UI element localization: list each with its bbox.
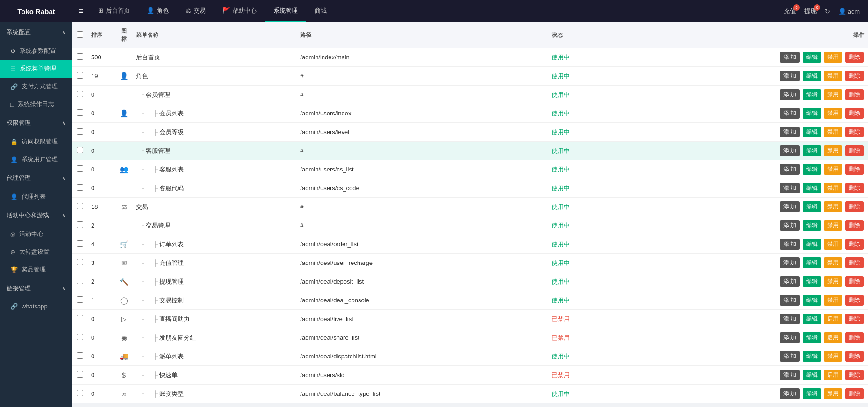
edit-button[interactable]: 编辑 xyxy=(803,388,821,399)
nav-item-role[interactable]: 👤 角色 xyxy=(138,0,177,22)
edit-button[interactable]: 编辑 xyxy=(803,220,821,231)
add-button[interactable]: 添 加 xyxy=(780,183,800,193)
row-checkbox[interactable] xyxy=(77,352,83,359)
delete-button[interactable]: 删除 xyxy=(845,220,864,231)
delete-button[interactable]: 删除 xyxy=(845,127,864,137)
add-button[interactable]: 添 加 xyxy=(780,127,800,137)
disable-enable-button[interactable]: 禁用 xyxy=(824,89,842,100)
delete-button[interactable]: 删除 xyxy=(845,71,864,81)
refresh-button[interactable]: ↻ xyxy=(825,8,830,15)
edit-button[interactable]: 编辑 xyxy=(803,351,821,362)
add-button[interactable]: 添 加 xyxy=(780,71,800,81)
row-checkbox[interactable] xyxy=(77,128,83,135)
sidebar-item-prizes[interactable]: 🏆 奖品管理 xyxy=(0,261,72,278)
edit-button[interactable]: 编辑 xyxy=(803,257,821,268)
row-checkbox[interactable] xyxy=(77,371,83,378)
disable-enable-button[interactable]: 禁用 xyxy=(824,239,842,250)
disable-enable-button[interactable]: 禁用 xyxy=(824,276,842,287)
delete-button[interactable]: 删除 xyxy=(845,183,864,193)
add-button[interactable]: 添 加 xyxy=(780,314,800,324)
sidebar-group-activity[interactable]: 活动中心和游戏 ∨ xyxy=(0,206,72,225)
row-checkbox[interactable] xyxy=(77,296,83,303)
add-button[interactable]: 添 加 xyxy=(780,145,800,156)
nav-item-trade[interactable]: ⚖ 交易 xyxy=(177,0,214,22)
row-checkbox[interactable] xyxy=(77,240,83,247)
row-checkbox[interactable] xyxy=(77,315,83,321)
sidebar-item-activity-center[interactable]: ◎ 活动中心 xyxy=(0,225,72,243)
add-button[interactable]: 添 加 xyxy=(780,220,800,231)
withdraw-button[interactable]: 提现 0 xyxy=(804,7,817,15)
row-checkbox[interactable] xyxy=(77,334,83,340)
edit-button[interactable]: 编辑 xyxy=(803,295,821,306)
disable-enable-button[interactable]: 禁用 xyxy=(824,183,842,193)
disable-enable-button[interactable]: 启用 xyxy=(824,332,842,343)
disable-enable-button[interactable]: 禁用 xyxy=(824,145,842,156)
nav-item-home[interactable]: ⊞ 后台首页 xyxy=(90,0,138,22)
sidebar-group-links[interactable]: 链接管理 ∨ xyxy=(0,278,72,298)
edit-button[interactable]: 编辑 xyxy=(803,164,821,175)
sidebar-item-access-permissions[interactable]: 🔒 访问权限管理 xyxy=(0,133,72,150)
edit-button[interactable]: 编辑 xyxy=(803,183,821,193)
disable-enable-button[interactable]: 禁用 xyxy=(824,108,842,119)
row-checkbox[interactable] xyxy=(77,259,83,265)
admin-menu[interactable]: 👤 adm xyxy=(839,8,860,15)
delete-button[interactable]: 删除 xyxy=(845,89,864,100)
delete-button[interactable]: 删除 xyxy=(845,388,864,399)
row-checkbox[interactable] xyxy=(77,72,83,79)
delete-button[interactable]: 删除 xyxy=(845,351,864,362)
add-button[interactable]: 添 加 xyxy=(780,257,800,268)
add-button[interactable]: 添 加 xyxy=(780,388,800,399)
edit-button[interactable]: 编辑 xyxy=(803,145,821,156)
row-checkbox[interactable] xyxy=(77,147,83,153)
edit-button[interactable]: 编辑 xyxy=(803,201,821,212)
edit-button[interactable]: 编辑 xyxy=(803,52,821,63)
sidebar-item-system-params[interactable]: ⚙ 系统参数配置 xyxy=(0,42,72,60)
delete-button[interactable]: 删除 xyxy=(845,201,864,212)
edit-button[interactable]: 编辑 xyxy=(803,71,821,81)
delete-button[interactable]: 删除 xyxy=(845,239,864,250)
disable-enable-button[interactable]: 禁用 xyxy=(824,71,842,81)
add-button[interactable]: 添 加 xyxy=(780,295,800,306)
edit-button[interactable]: 编辑 xyxy=(803,127,821,137)
sidebar-group-system-config[interactable]: 系统配置 ∨ xyxy=(0,22,72,42)
row-checkbox[interactable] xyxy=(77,221,83,228)
delete-button[interactable]: 删除 xyxy=(845,52,864,63)
row-checkbox[interactable] xyxy=(77,109,83,116)
sidebar-group-agency[interactable]: 代理管理 ∨ xyxy=(0,168,72,188)
add-button[interactable]: 添 加 xyxy=(780,351,800,362)
row-checkbox[interactable] xyxy=(77,184,83,191)
disable-enable-button[interactable]: 禁用 xyxy=(824,295,842,306)
menu-toggle-button[interactable]: ≡ xyxy=(72,7,90,15)
nav-item-system[interactable]: 系统管理 xyxy=(265,0,306,22)
add-button[interactable]: 添 加 xyxy=(780,52,800,63)
row-checkbox[interactable] xyxy=(77,165,83,172)
sidebar-item-payment[interactable]: 🔗 支付方式管理 xyxy=(0,78,72,95)
disable-enable-button[interactable]: 禁用 xyxy=(824,351,842,362)
add-button[interactable]: 添 加 xyxy=(780,164,800,175)
sidebar-group-permissions[interactable]: 权限管理 ∨ xyxy=(0,113,72,133)
row-checkbox[interactable] xyxy=(77,91,83,97)
disable-enable-button[interactable]: 禁用 xyxy=(824,257,842,268)
add-button[interactable]: 添 加 xyxy=(780,332,800,343)
disable-enable-button[interactable]: 禁用 xyxy=(824,52,842,63)
add-button[interactable]: 添 加 xyxy=(780,201,800,212)
disable-enable-button[interactable]: 启用 xyxy=(824,370,842,380)
select-all-checkbox[interactable] xyxy=(77,31,83,38)
edit-button[interactable]: 编辑 xyxy=(803,276,821,287)
delete-button[interactable]: 删除 xyxy=(845,108,864,119)
add-button[interactable]: 添 加 xyxy=(780,276,800,287)
edit-button[interactable]: 编辑 xyxy=(803,314,821,324)
disable-enable-button[interactable]: 禁用 xyxy=(824,388,842,399)
add-button[interactable]: 添 加 xyxy=(780,108,800,119)
disable-enable-button[interactable]: 启用 xyxy=(824,314,842,324)
sidebar-item-operation-log[interactable]: □ 系统操作日志 xyxy=(0,95,72,113)
delete-button[interactable]: 删除 xyxy=(845,257,864,268)
row-checkbox[interactable] xyxy=(77,390,83,396)
sidebar-item-menu-management[interactable]: ☰ 系统菜单管理 xyxy=(0,60,72,78)
delete-button[interactable]: 删除 xyxy=(845,332,864,343)
row-checkbox[interactable] xyxy=(77,53,83,60)
edit-button[interactable]: 编辑 xyxy=(803,108,821,119)
delete-button[interactable]: 删除 xyxy=(845,145,864,156)
delete-button[interactable]: 删除 xyxy=(845,370,864,380)
delete-button[interactable]: 删除 xyxy=(845,295,864,306)
